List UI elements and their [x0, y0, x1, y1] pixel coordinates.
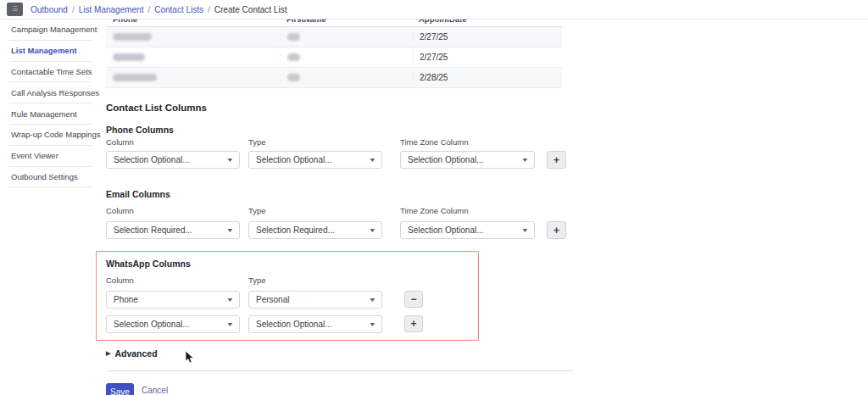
plus-icon: +: [554, 155, 559, 165]
whatsapp-column-select-2[interactable]: Selection Optional...▼: [106, 315, 240, 333]
whatsapp-type-label: Type: [248, 275, 266, 285]
breadcrumb-current-page: Create Contact List: [214, 5, 287, 14]
add-whatsapp-column-button[interactable]: +: [404, 315, 423, 332]
select-value: Selection Optional...: [256, 320, 332, 329]
menu-icon: ☰: [12, 6, 18, 13]
sidebar-item-campaign-management[interactable]: Campaign Management: [9, 19, 92, 41]
redacted-firstname-value: [280, 74, 413, 81]
sidebar-item-label: Contactable Time Sets: [9, 67, 92, 76]
column-header-phone: Phone: [106, 19, 280, 26]
top-bar: ☰ Outbound / List Management / Contact L…: [0, 0, 868, 19]
redacted-phone-value: [106, 74, 280, 81]
redacted-firstname-value: [280, 53, 413, 61]
chevron-down-icon: ▼: [369, 227, 377, 233]
app-menu-button[interactable]: ☰: [7, 3, 23, 16]
breadcrumb-contact-lists[interactable]: Contact Lists: [154, 5, 203, 14]
chevron-down-icon: ▼: [369, 321, 377, 327]
phone-timezone-label: Time Zone Column: [400, 137, 468, 147]
email-columns-heading: Email Columns: [106, 189, 170, 199]
table-row[interactable]: 2/28/25: [106, 68, 562, 88]
contact-preview-table: Phone FirstName AppointDate 2/27/25 2/27…: [106, 19, 562, 88]
appoint-date-value: 2/27/25: [413, 53, 562, 62]
breadcrumb-list-management[interactable]: List Management: [79, 5, 144, 14]
whatsapp-column-select-1[interactable]: Phone▼: [106, 291, 240, 309]
column-header-appointdate: AppointDate: [413, 19, 562, 26]
select-value: Personal: [256, 295, 289, 304]
minus-icon: −: [410, 294, 416, 304]
whatsapp-columns-heading: WhatsApp Columns: [106, 259, 191, 269]
appoint-date-value: 2/27/25: [413, 32, 562, 42]
select-value: Selection Optional...: [114, 155, 190, 164]
sidebar-item-wrapup-code-mappings[interactable]: Wrap-up Code Mappings: [9, 125, 92, 146]
cancel-link[interactable]: Cancel: [142, 386, 168, 395]
sidebar-item-label: Call Analysis Responses: [9, 88, 99, 97]
chevron-down-icon: ▼: [369, 297, 377, 303]
sidebar-item-list-management[interactable]: List Management: [9, 41, 92, 62]
sidebar-item-event-viewer[interactable]: Event Viewer: [9, 146, 92, 167]
phone-column-select[interactable]: Selection Optional...▼: [106, 151, 240, 169]
select-value: Selection Required...: [114, 225, 192, 235]
email-timezone-select[interactable]: Selection Optional...▼: [400, 221, 535, 239]
table-row[interactable]: 2/27/25: [106, 47, 562, 68]
add-email-column-button[interactable]: +: [547, 221, 566, 239]
phone-type-label: Type: [248, 137, 266, 147]
table-row[interactable]: 2/27/25: [106, 27, 562, 47]
phone-column-label: Column: [106, 137, 134, 147]
chevron-down-icon: ▼: [226, 321, 235, 327]
breadcrumb-separator: /: [147, 5, 150, 14]
sidebar-item-label: Outbound Settings: [9, 172, 78, 181]
redacted-firstname-value: [280, 33, 413, 41]
sidebar-item-label: Event Viewer: [9, 151, 58, 160]
add-phone-column-button[interactable]: +: [547, 151, 566, 169]
sidebar-item-contactable-time-sets[interactable]: Contactable Time Sets: [9, 62, 92, 83]
breadcrumb: Outbound / List Management / Contact Lis…: [31, 5, 287, 14]
phone-columns-heading: Phone Columns: [106, 125, 174, 135]
select-value: Selection Optional...: [408, 155, 484, 164]
sidebar-item-label: Rule Management: [9, 109, 77, 119]
advanced-expander[interactable]: ▶ Advanced: [106, 348, 158, 359]
email-column-label: Column: [106, 206, 134, 215]
phone-timezone-select[interactable]: Selection Optional...▼: [400, 151, 535, 169]
sidebar-item-label: List Management: [9, 46, 77, 55]
chevron-down-icon: ▼: [226, 227, 235, 233]
sidebar-item-outbound-settings[interactable]: Outbound Settings: [9, 167, 92, 188]
redacted-phone-value: [106, 53, 280, 61]
sidebar-item-call-analysis-responses[interactable]: Call Analysis Responses: [9, 82, 92, 103]
advanced-label: Advanced: [114, 348, 157, 359]
caret-right-icon: ▶: [106, 350, 110, 357]
email-column-select[interactable]: Selection Required...▼: [106, 221, 240, 239]
chevron-down-icon: ▼: [226, 157, 235, 163]
plus-icon: +: [410, 319, 416, 329]
select-value: Selection Optional...: [114, 320, 190, 329]
mouse-cursor-icon: [185, 351, 194, 368]
remove-whatsapp-column-button[interactable]: −: [404, 291, 423, 308]
form-divider: [106, 370, 573, 371]
select-value: Selection Required...: [256, 225, 335, 235]
create-contact-list-page: ☰ Outbound / List Management / Contact L…: [0, 0, 868, 395]
whatsapp-type-select-2[interactable]: Selection Optional...▼: [248, 315, 382, 333]
chevron-down-icon: ▼: [369, 157, 377, 163]
column-header-firstname: FirstName: [280, 19, 413, 26]
select-value: Phone: [114, 295, 138, 304]
chevron-down-icon: ▼: [226, 297, 235, 303]
email-type-label: Type: [248, 206, 266, 215]
whatsapp-column-label: Column: [106, 275, 134, 285]
email-timezone-label: Time Zone Column: [400, 206, 468, 215]
breadcrumb-separator: /: [208, 5, 210, 14]
select-value: Selection Optional...: [408, 225, 484, 235]
table-header-row: Phone FirstName AppointDate: [106, 19, 562, 27]
plus-icon: +: [554, 225, 559, 236]
save-button[interactable]: Save: [106, 383, 134, 395]
email-type-select[interactable]: Selection Required...▼: [248, 221, 382, 239]
redacted-phone-value: [106, 33, 280, 41]
chevron-down-icon: ▼: [521, 227, 530, 233]
phone-type-select[interactable]: Selection Optional...▼: [248, 151, 382, 169]
chevron-down-icon: ▼: [521, 157, 530, 163]
sidebar-item-label: Wrap-up Code Mappings: [9, 130, 100, 139]
sidebar-nav: Campaign Management List Management Cont…: [0, 19, 96, 187]
sidebar-item-label: Campaign Management: [9, 25, 97, 34]
sidebar-item-rule-management[interactable]: Rule Management: [9, 103, 92, 125]
breadcrumb-separator: /: [72, 5, 75, 14]
breadcrumb-outbound[interactable]: Outbound: [31, 5, 68, 14]
whatsapp-type-select-1[interactable]: Personal▼: [248, 291, 382, 309]
